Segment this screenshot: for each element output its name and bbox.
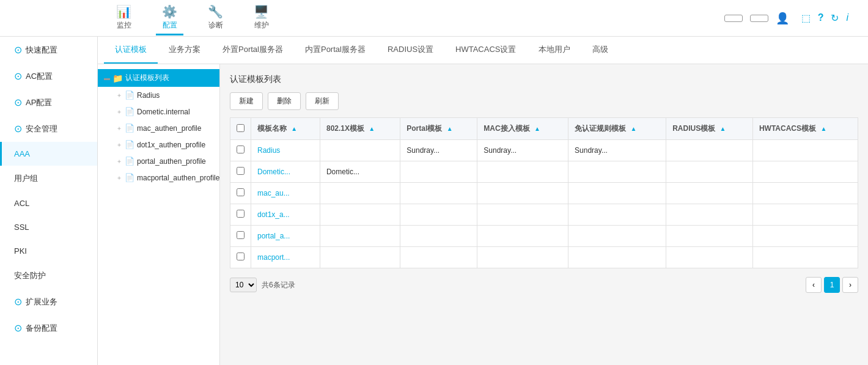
row-checkbox-cell bbox=[230, 183, 251, 204]
sidebar-item-pki[interactable]: PKI bbox=[0, 239, 97, 263]
page-size-select[interactable]: 10 20 50 bbox=[230, 278, 257, 292]
sort-exemption-icon: ▲ bbox=[630, 125, 636, 132]
cell-hwtacacs-1 bbox=[752, 161, 858, 183]
root-expand-icon: ▬ bbox=[104, 75, 110, 81]
root-folder-icon: 📁 bbox=[112, 73, 123, 83]
tree-item-radius[interactable]: ＋ 📄 Radius bbox=[110, 87, 219, 103]
sidebar-item-quick-config[interactable]: ⊙ 快速配置 bbox=[0, 37, 97, 63]
delete-button[interactable]: 删除 bbox=[268, 92, 301, 110]
main-layout: ⊙ 快速配置 ⊙ AC配置 ⊙ AP配置 ⊙ 安全管理 AAA 用户组 ACL … bbox=[0, 37, 868, 365]
cell-dot1x-3 bbox=[320, 204, 400, 226]
diagnose-icon: 🔧 bbox=[208, 4, 223, 19]
sort-mac-icon: ▲ bbox=[534, 125, 540, 132]
sidebar-item-aaa[interactable]: AAA bbox=[0, 142, 97, 166]
tree-root[interactable]: ▬ 📁 认证模板列表 bbox=[98, 69, 219, 87]
sidebar-item-user-group[interactable]: 用户组 bbox=[0, 166, 97, 191]
name-link-2[interactable]: mac_au... bbox=[257, 189, 290, 197]
name-link-0[interactable]: Radius bbox=[257, 146, 280, 155]
refresh-button[interactable]: 刷新 bbox=[306, 92, 339, 110]
radius-expand-icon: ＋ bbox=[116, 91, 122, 100]
row-checkbox-2[interactable] bbox=[237, 188, 245, 196]
save-config-button[interactable] bbox=[724, 15, 743, 22]
sidebar-label-security-protect: 安全防护 bbox=[14, 270, 46, 281]
cell-name-5: macport... bbox=[251, 247, 320, 268]
select-all-checkbox[interactable] bbox=[237, 124, 245, 132]
col-template-name: 模板名称 ▲ bbox=[251, 118, 320, 140]
row-checkbox-0[interactable] bbox=[237, 146, 245, 153]
cell-dot1x-4 bbox=[320, 226, 400, 247]
tab-biz-plan[interactable]: 业务方案 bbox=[158, 37, 211, 64]
tab-auth-template[interactable]: 认证模板 bbox=[104, 37, 158, 64]
header-icons: ⬚ ? ↻ i bbox=[801, 12, 848, 24]
cell-mac-4 bbox=[477, 226, 568, 247]
tab-internal-portal[interactable]: 内置Portal服务器 bbox=[294, 37, 377, 64]
help-icon[interactable]: ? bbox=[818, 12, 824, 24]
col-hwtacacs: HWTACACS模板 ▲ bbox=[752, 118, 858, 140]
page-1-button[interactable]: 1 bbox=[824, 277, 840, 293]
row-checkbox-1[interactable] bbox=[237, 167, 245, 175]
macportal-doc-icon: 📄 bbox=[125, 173, 134, 182]
toolbar: 新建 删除 刷新 bbox=[230, 92, 858, 110]
row-checkbox-5[interactable] bbox=[237, 253, 245, 260]
prev-page-button[interactable]: ‹ bbox=[806, 277, 822, 293]
table-row: mac_au... bbox=[230, 183, 858, 204]
cell-dot1x-0 bbox=[320, 140, 400, 161]
col-dot1x: 802.1X模板 ▲ bbox=[320, 118, 400, 140]
tree-item-portal[interactable]: ＋ 📄 portal_authen_profile bbox=[110, 153, 219, 169]
dometic-expand-icon: ＋ bbox=[116, 108, 122, 116]
refresh-icon[interactable]: ↻ bbox=[831, 12, 839, 24]
sidebar-item-security-mgmt[interactable]: ⊙ 安全管理 bbox=[0, 116, 97, 142]
name-link-1[interactable]: Dometic... bbox=[257, 168, 290, 176]
cell-radius-0 bbox=[666, 140, 753, 161]
cell-radius-3 bbox=[666, 204, 753, 226]
new-button[interactable]: 新建 bbox=[230, 92, 263, 110]
nav-maintenance[interactable]: 🖥️ 维护 bbox=[248, 1, 275, 35]
sidebar-label-acl: ACL bbox=[14, 199, 29, 208]
sidebar-item-extend-biz[interactable]: ⊙ 扩展业务 bbox=[0, 289, 97, 315]
dometic-doc-icon: 📄 bbox=[125, 107, 134, 116]
row-checkbox-4[interactable] bbox=[237, 231, 245, 239]
sidebar-item-security-protect[interactable]: 安全防护 bbox=[0, 263, 97, 289]
table-title: 认证模板列表 bbox=[230, 74, 858, 85]
nav-monitor[interactable]: 📊 监控 bbox=[110, 1, 138, 35]
tab-advanced[interactable]: 高级 bbox=[581, 37, 619, 64]
sort-hwtacacs-icon: ▲ bbox=[820, 125, 826, 132]
row-checkbox-3[interactable] bbox=[237, 210, 245, 218]
nav-diagnose[interactable]: 🔧 诊断 bbox=[202, 1, 229, 35]
tree-item-macportal[interactable]: ＋ 📄 macportal_authen_profile bbox=[110, 169, 219, 186]
cell-name-2: mac_au... bbox=[251, 183, 320, 204]
sidebar-item-ap-config[interactable]: ⊙ AP配置 bbox=[0, 89, 97, 116]
sidebar-label-security-mgmt: 安全管理 bbox=[26, 124, 57, 135]
nav-config[interactable]: ⚙️ 配置 bbox=[156, 1, 183, 35]
sort-portal-icon: ▲ bbox=[447, 125, 453, 132]
tree-label-radius: Radius bbox=[137, 91, 160, 100]
cmd-console-button[interactable] bbox=[750, 15, 768, 22]
sidebar-item-acl[interactable]: ACL bbox=[0, 191, 97, 215]
tree-item-dot1x[interactable]: ＋ 📄 dot1x_authen_profile bbox=[110, 136, 219, 153]
portal-expand-icon: ＋ bbox=[116, 157, 122, 166]
tab-external-portal[interactable]: 外置Portal服务器 bbox=[211, 37, 294, 64]
cell-mac-2 bbox=[477, 183, 568, 204]
tree-item-dometic[interactable]: ＋ 📄 Dometic.internal bbox=[110, 103, 219, 120]
tab-hwtacacs-settings[interactable]: HWTACACS设置 bbox=[444, 37, 527, 64]
tab-local-user[interactable]: 本地用户 bbox=[528, 37, 581, 64]
cell-name-3: dot1x_a... bbox=[251, 204, 320, 226]
col-portal: Portal模板 ▲ bbox=[400, 118, 477, 140]
name-link-5[interactable]: macport... bbox=[257, 253, 290, 262]
logout-icon[interactable]: ⬚ bbox=[801, 12, 811, 24]
info-icon[interactable]: i bbox=[846, 12, 848, 24]
tab-radius-settings[interactable]: RADIUS设置 bbox=[377, 37, 444, 64]
name-link-3[interactable]: dot1x_a... bbox=[257, 210, 290, 219]
tree-item-mac-authen[interactable]: ＋ 📄 mac_authen_profile bbox=[110, 120, 219, 136]
sidebar-item-backup-config[interactable]: ⊙ 备份配置 bbox=[0, 315, 97, 341]
col-mac: MAC接入模板 ▲ bbox=[477, 118, 568, 140]
name-link-4[interactable]: portal_a... bbox=[257, 232, 290, 240]
next-page-button[interactable]: › bbox=[842, 277, 858, 293]
cell-portal-0: Sundray... bbox=[400, 140, 477, 161]
sidebar-item-ssl[interactable]: SSL bbox=[0, 215, 97, 239]
security-mgmt-dot: ⊙ bbox=[14, 123, 22, 135]
sidebar-label-extend-biz: 扩展业务 bbox=[26, 297, 57, 308]
nav-monitor-label: 监控 bbox=[117, 20, 131, 31]
sidebar-item-ac-config[interactable]: ⊙ AC配置 bbox=[0, 63, 97, 89]
nav-bar: 📊 监控 ⚙️ 配置 🔧 诊断 🖥️ 维护 bbox=[110, 1, 724, 35]
